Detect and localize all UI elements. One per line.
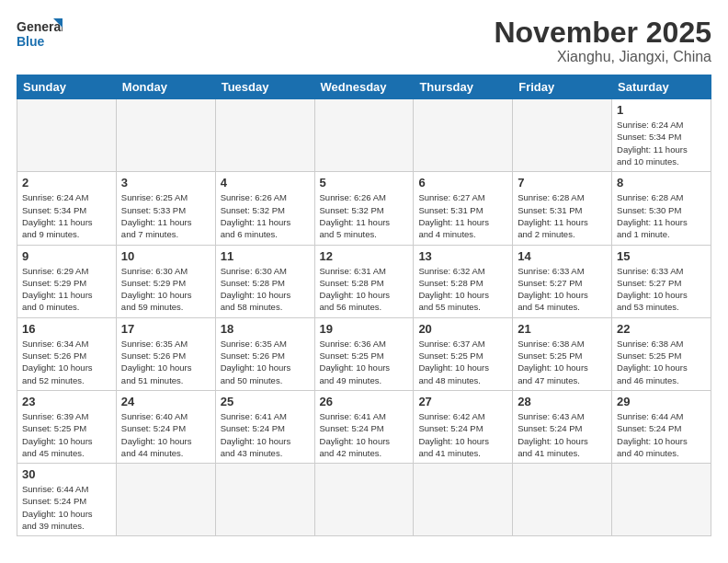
table-row: 20Sunrise: 6:37 AM Sunset: 5:25 PM Dayli… bbox=[414, 317, 513, 390]
day-info: Sunrise: 6:28 AM Sunset: 5:30 PM Dayligh… bbox=[617, 191, 706, 240]
day-info: Sunrise: 6:43 AM Sunset: 5:24 PM Dayligh… bbox=[518, 410, 607, 459]
day-info: Sunrise: 6:28 AM Sunset: 5:31 PM Dayligh… bbox=[518, 191, 607, 240]
table-row: 6Sunrise: 6:27 AM Sunset: 5:31 PM Daylig… bbox=[414, 172, 513, 245]
day-number: 9 bbox=[22, 249, 111, 263]
table-row: 26Sunrise: 6:41 AM Sunset: 5:24 PM Dayli… bbox=[314, 390, 414, 463]
day-info: Sunrise: 6:35 AM Sunset: 5:26 PM Dayligh… bbox=[221, 338, 310, 386]
logo: General Blue bbox=[17, 17, 63, 55]
table-row: 8Sunrise: 6:28 AM Sunset: 5:30 PM Daylig… bbox=[612, 172, 711, 245]
table-row: 21Sunrise: 6:38 AM Sunset: 5:25 PM Dayli… bbox=[513, 317, 612, 390]
day-number: 17 bbox=[121, 322, 210, 336]
day-number: 12 bbox=[320, 249, 409, 263]
weekday-monday: Monday bbox=[116, 75, 215, 99]
day-number: 8 bbox=[617, 176, 706, 190]
table-row: 12Sunrise: 6:31 AM Sunset: 5:28 PM Dayli… bbox=[314, 245, 414, 317]
day-info: Sunrise: 6:38 AM Sunset: 5:25 PM Dayligh… bbox=[617, 338, 706, 386]
day-info: Sunrise: 6:32 AM Sunset: 5:28 PM Dayligh… bbox=[418, 265, 507, 314]
table-row: 30Sunrise: 6:44 AM Sunset: 5:24 PM Dayli… bbox=[17, 464, 117, 536]
table-row: 25Sunrise: 6:41 AM Sunset: 5:24 PM Dayli… bbox=[215, 390, 314, 463]
day-number: 16 bbox=[22, 322, 111, 336]
day-info: Sunrise: 6:30 AM Sunset: 5:29 PM Dayligh… bbox=[121, 265, 210, 314]
day-number: 13 bbox=[418, 249, 507, 263]
day-info: Sunrise: 6:33 AM Sunset: 5:27 PM Dayligh… bbox=[617, 265, 706, 314]
day-number: 29 bbox=[617, 395, 706, 408]
day-info: Sunrise: 6:34 AM Sunset: 5:26 PM Dayligh… bbox=[22, 338, 111, 386]
day-number: 1 bbox=[617, 103, 706, 117]
day-number: 26 bbox=[320, 395, 409, 408]
table-row bbox=[414, 99, 513, 172]
logo-svg: General Blue bbox=[17, 17, 63, 55]
day-info: Sunrise: 6:24 AM Sunset: 5:34 PM Dayligh… bbox=[22, 191, 111, 240]
day-info: Sunrise: 6:26 AM Sunset: 5:32 PM Dayligh… bbox=[221, 191, 310, 240]
calendar-table: Sunday Monday Tuesday Wednesday Thursday… bbox=[17, 75, 711, 536]
table-row: 5Sunrise: 6:26 AM Sunset: 5:32 PM Daylig… bbox=[314, 172, 414, 245]
day-number: 3 bbox=[121, 176, 210, 190]
table-row: 29Sunrise: 6:44 AM Sunset: 5:24 PM Dayli… bbox=[612, 390, 711, 463]
table-row: 13Sunrise: 6:32 AM Sunset: 5:28 PM Dayli… bbox=[414, 245, 513, 317]
day-info: Sunrise: 6:26 AM Sunset: 5:32 PM Dayligh… bbox=[320, 191, 409, 240]
day-number: 25 bbox=[221, 395, 310, 408]
table-row: 3Sunrise: 6:25 AM Sunset: 5:33 PM Daylig… bbox=[116, 172, 215, 245]
day-info: Sunrise: 6:33 AM Sunset: 5:27 PM Dayligh… bbox=[518, 265, 607, 314]
day-number: 24 bbox=[121, 395, 210, 408]
table-row: 7Sunrise: 6:28 AM Sunset: 5:31 PM Daylig… bbox=[513, 172, 612, 245]
table-row: 10Sunrise: 6:30 AM Sunset: 5:29 PM Dayli… bbox=[116, 245, 215, 317]
day-info: Sunrise: 6:40 AM Sunset: 5:24 PM Dayligh… bbox=[121, 410, 210, 459]
table-row: 11Sunrise: 6:30 AM Sunset: 5:28 PM Dayli… bbox=[215, 245, 314, 317]
day-number: 6 bbox=[418, 176, 507, 190]
day-number: 4 bbox=[221, 176, 310, 190]
day-info: Sunrise: 6:39 AM Sunset: 5:25 PM Dayligh… bbox=[22, 410, 111, 459]
table-row: 24Sunrise: 6:40 AM Sunset: 5:24 PM Dayli… bbox=[116, 390, 215, 463]
table-row bbox=[116, 464, 215, 536]
day-info: Sunrise: 6:35 AM Sunset: 5:26 PM Dayligh… bbox=[121, 338, 210, 386]
day-info: Sunrise: 6:36 AM Sunset: 5:25 PM Dayligh… bbox=[320, 338, 409, 386]
day-info: Sunrise: 6:37 AM Sunset: 5:25 PM Dayligh… bbox=[418, 338, 507, 386]
day-number: 18 bbox=[221, 322, 310, 336]
weekday-row: Sunday Monday Tuesday Wednesday Thursday… bbox=[17, 75, 711, 99]
weekday-sunday: Sunday bbox=[17, 75, 117, 99]
table-row bbox=[215, 464, 314, 536]
table-row: 14Sunrise: 6:33 AM Sunset: 5:27 PM Dayli… bbox=[513, 245, 612, 317]
day-info: Sunrise: 6:38 AM Sunset: 5:25 PM Dayligh… bbox=[518, 338, 607, 386]
table-row: 9Sunrise: 6:29 AM Sunset: 5:29 PM Daylig… bbox=[17, 245, 117, 317]
svg-text:General: General bbox=[17, 19, 63, 34]
day-number: 14 bbox=[518, 249, 607, 263]
calendar-title: November 2025 bbox=[494, 17, 711, 49]
weekday-friday: Friday bbox=[513, 75, 612, 99]
table-row bbox=[513, 464, 612, 536]
day-info: Sunrise: 6:30 AM Sunset: 5:28 PM Dayligh… bbox=[221, 265, 310, 314]
table-row: 23Sunrise: 6:39 AM Sunset: 5:25 PM Dayli… bbox=[17, 390, 117, 463]
day-info: Sunrise: 6:31 AM Sunset: 5:28 PM Dayligh… bbox=[320, 265, 409, 314]
day-number: 20 bbox=[418, 322, 507, 336]
day-info: Sunrise: 6:42 AM Sunset: 5:24 PM Dayligh… bbox=[418, 410, 507, 459]
day-info: Sunrise: 6:44 AM Sunset: 5:24 PM Dayligh… bbox=[617, 410, 706, 459]
day-number: 10 bbox=[121, 249, 210, 263]
day-number: 22 bbox=[617, 322, 706, 336]
table-row: 4Sunrise: 6:26 AM Sunset: 5:32 PM Daylig… bbox=[215, 172, 314, 245]
day-info: Sunrise: 6:41 AM Sunset: 5:24 PM Dayligh… bbox=[221, 410, 310, 459]
calendar-header: Sunday Monday Tuesday Wednesday Thursday… bbox=[17, 75, 711, 99]
table-row: 17Sunrise: 6:35 AM Sunset: 5:26 PM Dayli… bbox=[116, 317, 215, 390]
day-info: Sunrise: 6:27 AM Sunset: 5:31 PM Dayligh… bbox=[418, 191, 507, 240]
day-number: 19 bbox=[320, 322, 409, 336]
day-number: 30 bbox=[22, 467, 111, 481]
table-row bbox=[314, 464, 414, 536]
svg-text:Blue: Blue bbox=[17, 34, 45, 49]
weekday-thursday: Thursday bbox=[414, 75, 513, 99]
day-number: 21 bbox=[518, 322, 607, 336]
table-row bbox=[17, 99, 117, 172]
day-number: 15 bbox=[617, 249, 706, 263]
day-info: Sunrise: 6:29 AM Sunset: 5:29 PM Dayligh… bbox=[22, 265, 111, 314]
table-row: 1Sunrise: 6:24 AM Sunset: 5:34 PM Daylig… bbox=[612, 99, 711, 172]
table-row: 16Sunrise: 6:34 AM Sunset: 5:26 PM Dayli… bbox=[17, 317, 117, 390]
day-number: 2 bbox=[22, 176, 111, 190]
calendar-subtitle: Xianghu, Jiangxi, China bbox=[494, 49, 711, 65]
day-number: 5 bbox=[320, 176, 409, 190]
table-row: 18Sunrise: 6:35 AM Sunset: 5:26 PM Dayli… bbox=[215, 317, 314, 390]
calendar-body: 1Sunrise: 6:24 AM Sunset: 5:34 PM Daylig… bbox=[17, 99, 711, 536]
table-row bbox=[612, 464, 711, 536]
table-row bbox=[513, 99, 612, 172]
day-number: 27 bbox=[418, 395, 507, 408]
weekday-saturday: Saturday bbox=[612, 75, 711, 99]
table-row: 28Sunrise: 6:43 AM Sunset: 5:24 PM Dayli… bbox=[513, 390, 612, 463]
